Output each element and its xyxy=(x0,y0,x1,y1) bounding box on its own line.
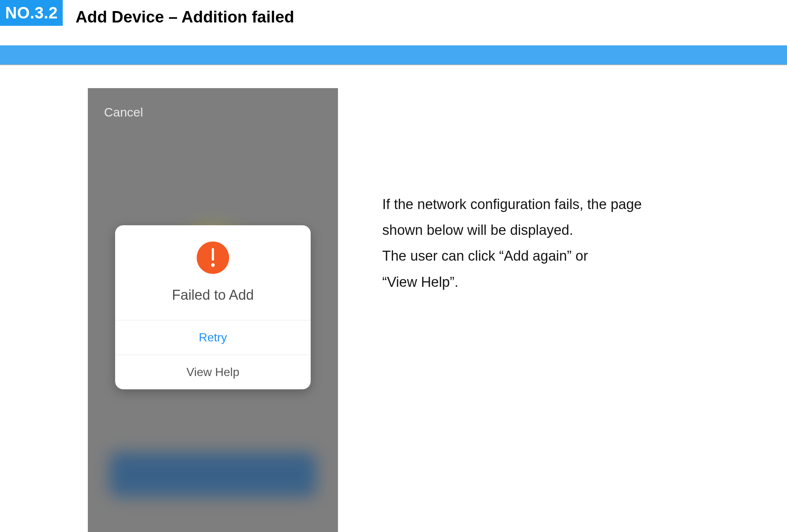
explanation-text: If the network configuration fails, the … xyxy=(382,191,714,295)
header-divider-bar xyxy=(0,45,787,65)
explanation-line: shown below will be displayed. xyxy=(382,217,714,243)
phone-screenshot: Cancel Failed to Add Retry View Help xyxy=(88,88,338,532)
view-help-button[interactable]: View Help xyxy=(115,355,311,389)
slide-content: Cancel Failed to Add Retry View Help If … xyxy=(0,65,787,532)
retry-button[interactable]: Retry xyxy=(115,320,311,355)
slide-number-badge: NO.3.2 xyxy=(0,0,63,26)
failed-to-add-modal: Failed to Add Retry View Help xyxy=(115,225,311,389)
svg-rect-0 xyxy=(212,248,214,261)
explanation-line: If the network configuration fails, the … xyxy=(382,191,714,217)
modal-body: Failed to Add xyxy=(115,225,311,320)
explanation-line: The user can click “Add again” or xyxy=(382,243,714,269)
slide-header: NO.3.2 Add Device – Addition failed xyxy=(0,0,787,65)
slide-title: Add Device – Addition failed xyxy=(76,4,294,30)
cancel-button[interactable]: Cancel xyxy=(104,105,143,119)
alert-icon xyxy=(197,241,229,274)
svg-point-1 xyxy=(211,263,215,267)
background-button-blur xyxy=(110,452,316,497)
explanation-line: “View Help”. xyxy=(382,269,714,295)
modal-title: Failed to Add xyxy=(122,287,303,303)
